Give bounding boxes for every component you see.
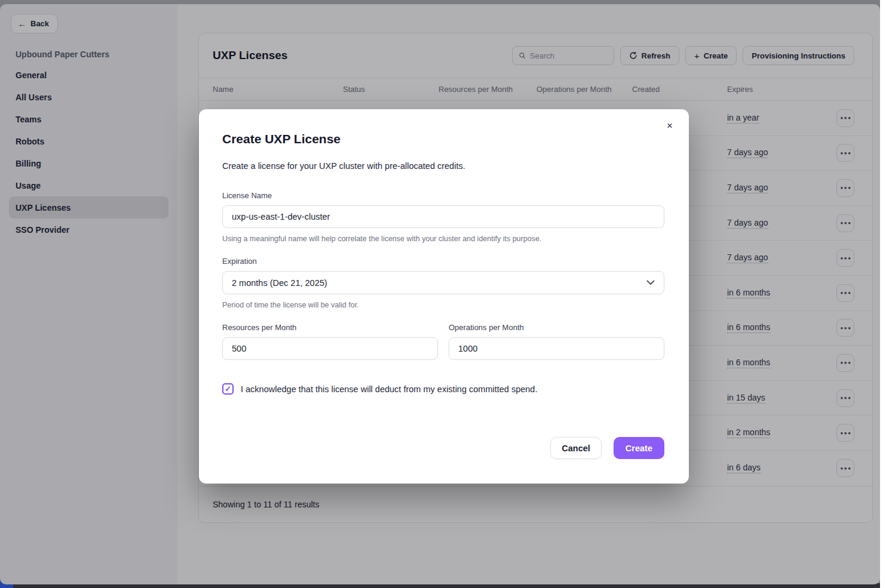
license-name-input[interactable] xyxy=(222,205,664,228)
license-name-helper: Using a meaningful name will help correl… xyxy=(222,235,664,243)
operations-field-group: Operations per Month xyxy=(449,323,664,360)
create-submit-button[interactable]: Create xyxy=(614,437,664,459)
operations-input[interactable] xyxy=(449,337,664,360)
modal-title: Create UXP License xyxy=(222,132,664,146)
check-icon: ✓ xyxy=(225,384,231,393)
resources-input[interactable] xyxy=(222,337,438,360)
license-name-label: License Name xyxy=(222,191,664,200)
chevron-down-icon xyxy=(646,280,655,285)
expiration-helper: Period of time the license will be valid… xyxy=(222,301,664,309)
modal-actions: Cancel Create xyxy=(550,437,664,459)
right-gutter xyxy=(880,0,886,588)
create-license-modal: × Create UXP License Create a license fo… xyxy=(199,109,689,484)
acknowledge-row: ✓ I acknowledge that this license will d… xyxy=(222,383,664,395)
acknowledge-label: I acknowledge that this license will ded… xyxy=(241,384,537,394)
resources-field-group: Resources per Month xyxy=(222,323,438,360)
operations-label: Operations per Month xyxy=(449,323,664,332)
expiration-value: 2 months (Dec 21, 2025) xyxy=(232,278,327,288)
acknowledge-checkbox[interactable]: ✓ xyxy=(222,383,234,395)
modal-description: Create a license for your UXP cluster wi… xyxy=(222,161,664,171)
close-icon[interactable]: × xyxy=(663,119,676,133)
resources-label: Resources per Month xyxy=(222,323,438,332)
expiration-field-group: Expiration 2 months (Dec 21, 2025) Perio… xyxy=(222,257,664,309)
expiration-select[interactable]: 2 months (Dec 21, 2025) xyxy=(222,271,664,294)
expiration-label: Expiration xyxy=(222,257,664,266)
cancel-button[interactable]: Cancel xyxy=(550,437,602,459)
license-name-field-group: License Name Using a meaningful name wil… xyxy=(222,191,664,243)
